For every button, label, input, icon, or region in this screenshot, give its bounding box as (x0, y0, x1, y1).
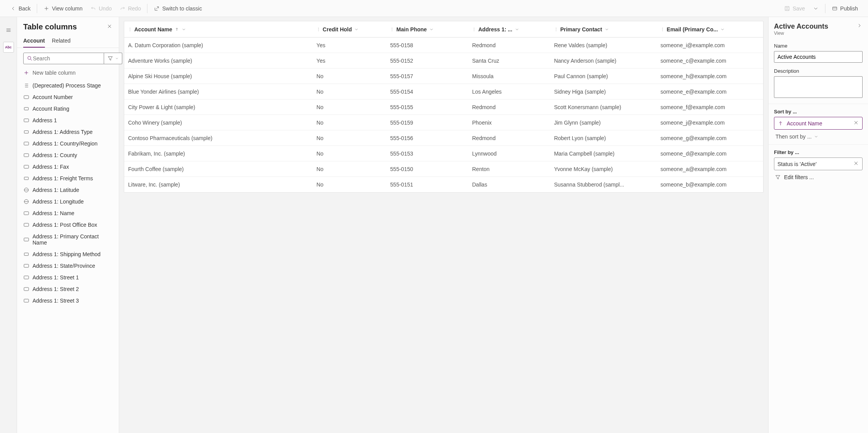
chevron-down-icon (814, 134, 818, 139)
cell-phone: 555-0158 (386, 42, 468, 48)
col-header-primary-contact[interactable]: ⋮ Primary Contact (550, 26, 657, 33)
table-row[interactable]: Litware, Inc. (sample)No555-0151DallasSu… (124, 177, 763, 192)
column-item[interactable]: Address 1: Fax (17, 161, 119, 173)
sort-chip[interactable]: Account Name (774, 117, 863, 130)
sort-by-label: Sort by ... (774, 109, 863, 115)
column-label: Address 1 (33, 117, 57, 123)
cell-name: Fourth Coffee (sample) (124, 166, 313, 172)
column-label: Address 1: State/Province (33, 263, 95, 269)
cell-contact: Sidney Higa (sample) (550, 89, 657, 95)
close-panel-button[interactable] (106, 23, 113, 31)
table-row[interactable]: Alpine Ski House (sample)No555-0157Misso… (124, 68, 763, 84)
column-item[interactable]: Address 1: Street 3 (17, 295, 119, 306)
switch-classic-button[interactable]: Switch to classic (150, 4, 206, 13)
columns-rail-button[interactable]: Abc (3, 42, 14, 53)
cell-contact: Susanna Stubberod (sampl... (550, 181, 657, 188)
save-dropdown[interactable] (809, 4, 823, 13)
expand-panel-button[interactable] (856, 22, 863, 30)
text-icon (23, 117, 29, 123)
cell-name: City Power & Light (sample) (124, 104, 313, 110)
column-item[interactable]: Address 1: Freight Terms (17, 173, 119, 184)
description-textarea[interactable] (774, 76, 863, 98)
text-icon (23, 298, 29, 304)
cell-addr: Lynnwood (468, 151, 550, 157)
table-row[interactable]: A. Datum Corporation (sample)Yes555-0158… (124, 38, 763, 53)
back-button[interactable]: Back (6, 4, 34, 13)
tab-account[interactable]: Account (23, 34, 45, 48)
column-item[interactable]: Address 1: County (17, 149, 119, 161)
cell-credit: No (313, 151, 387, 157)
search-wrap (23, 53, 104, 64)
column-item[interactable]: Address 1: Address Type (17, 126, 119, 138)
cell-addr: Santa Cruz (468, 58, 550, 64)
search-input[interactable] (33, 55, 101, 62)
table-row[interactable]: Blue Yonder Airlines (sample)No555-0154L… (124, 84, 763, 99)
column-item[interactable]: Address 1: Primary Contact Name (17, 231, 119, 248)
table-row[interactable]: Fabrikam, Inc. (sample)No555-0153Lynnwoo… (124, 146, 763, 161)
tab-related[interactable]: Related (52, 34, 70, 48)
cell-credit: Yes (313, 58, 387, 64)
column-item[interactable]: Address 1: Latitude (17, 184, 119, 196)
column-item[interactable]: Account Rating (17, 103, 119, 115)
column-item[interactable]: Address 1: Street 1 (17, 272, 119, 283)
new-column-label: New table column (33, 70, 75, 76)
column-item[interactable]: Address 1: Shipping Method (17, 248, 119, 260)
cell-credit: Yes (313, 42, 387, 48)
text-icon (23, 236, 29, 243)
publish-button[interactable]: Publish (828, 4, 862, 13)
column-item[interactable]: Address 1: State/Province (17, 260, 119, 272)
left-rail: Abc (0, 17, 17, 433)
table-row[interactable]: Contoso Pharmaceuticals (sample)No555-01… (124, 130, 763, 146)
column-item[interactable]: (Deprecated) Process Stage (17, 80, 119, 91)
cell-contact: Paul Cannon (sample) (550, 73, 657, 79)
drag-handle-icon: ⋮ (317, 27, 320, 31)
data-grid: ⋮ Account Name ⋮ Credit Hold ⋮ Main Phon… (124, 21, 764, 193)
cell-phone: 555-0152 (386, 58, 468, 64)
column-item[interactable]: Address 1: Street 2 (17, 283, 119, 295)
cell-addr: Redmond (468, 42, 550, 48)
table-row[interactable]: City Power & Light (sample)No555-0155Red… (124, 99, 763, 115)
col-header-label: Email (Primary Co... (667, 26, 718, 33)
column-item[interactable]: Address 1: Longitude (17, 196, 119, 207)
table-row[interactable]: Coho Winery (sample)No555-0159PhoenixJim… (124, 115, 763, 130)
view-title: Active Accounts (774, 22, 828, 31)
column-item[interactable]: Address 1 (17, 115, 119, 126)
undo-label: Undo (99, 5, 111, 12)
column-label: Address 1: Country/Region (33, 140, 98, 147)
cell-credit: No (313, 120, 387, 126)
chevron-down-icon (115, 56, 119, 60)
table-row[interactable]: Adventure Works (sample)Yes555-0152Santa… (124, 53, 763, 68)
name-input[interactable] (774, 51, 863, 63)
text-icon (23, 263, 29, 269)
cell-phone: 555-0156 (386, 135, 468, 141)
hamburger-button[interactable] (3, 25, 14, 36)
cell-phone: 555-0157 (386, 73, 468, 79)
remove-sort-button[interactable] (853, 120, 859, 127)
edit-filters-button[interactable]: Edit filters ... (774, 170, 863, 180)
cell-contact: Scott Konersmann (sample) (550, 104, 657, 110)
column-item[interactable]: Address 1: Name (17, 207, 119, 219)
remove-filter-button[interactable] (853, 160, 859, 168)
col-header-account-name[interactable]: ⋮ Account Name (124, 26, 313, 33)
filter-chip[interactable]: Status is 'Active' (774, 157, 863, 170)
col-header-label: Primary Contact (560, 26, 602, 33)
column-item[interactable]: Address 1: Country/Region (17, 138, 119, 149)
cell-credit: No (313, 104, 387, 110)
col-header-credit-hold[interactable]: ⋮ Credit Hold (313, 26, 387, 33)
publish-label: Publish (840, 5, 858, 12)
filter-button[interactable] (104, 53, 122, 64)
cell-name: Fabrikam, Inc. (sample) (124, 151, 313, 157)
new-column-button[interactable]: New table column (17, 67, 119, 80)
table-row[interactable]: Fourth Coffee (sample)No555-0150RentonYv… (124, 161, 763, 177)
column-item[interactable]: Account Number (17, 91, 119, 103)
col-header-main-phone[interactable]: ⋮ Main Phone (386, 26, 468, 33)
col-header-address1[interactable]: ⋮ Address 1: ... (468, 26, 550, 33)
drag-handle-icon: ⋮ (128, 27, 132, 31)
column-item[interactable]: Address 1: Post Office Box (17, 219, 119, 231)
column-label: Address 1: Longitude (33, 199, 84, 205)
column-label: Address 1: Freight Terms (33, 175, 93, 181)
then-sort-button[interactable]: Then sort by ... (774, 130, 863, 140)
col-header-email[interactable]: ⋮ Email (Primary Co... (657, 26, 763, 33)
col-header-label: Credit Hold (323, 26, 352, 33)
view-column-button[interactable]: View column (39, 4, 86, 13)
